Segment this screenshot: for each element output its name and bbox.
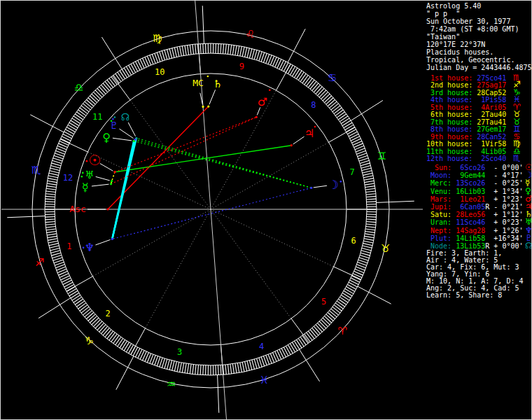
- degree-tick: [103, 83, 109, 91]
- degree-tick: [76, 301, 84, 307]
- degree-tick: [46, 221, 55, 222]
- degree-tick: [167, 49, 169, 59]
- house-cusp: [291, 318, 309, 343]
- degree-tick: [259, 52, 262, 61]
- degree-tick: [332, 307, 340, 313]
- degree-tick: [365, 186, 375, 188]
- degree-tick: [188, 364, 189, 374]
- degree-tick: [342, 120, 351, 126]
- degree-tick: [124, 342, 129, 351]
- degree-tick: [326, 314, 333, 321]
- sign-glyph-0: ♈: [337, 325, 346, 337]
- degree-tick: [78, 110, 85, 115]
- degree-tick: [76, 112, 84, 118]
- degree-tick: [50, 171, 59, 173]
- house-number-11: 11: [92, 112, 102, 122]
- degree-tick: [66, 127, 75, 132]
- degree-tick: [46, 191, 55, 192]
- degree-tick: [69, 291, 78, 296]
- degree-tick: [296, 71, 302, 79]
- degree-tick: [326, 97, 333, 104]
- degree-tick: [80, 108, 88, 114]
- info-panel: Astrolog 5.40 " p p " Sun October 30, 19…: [425, 1, 532, 419]
- degree-tick: [74, 297, 82, 302]
- sign-boundary: [7, 216, 45, 218]
- degree-tick: [362, 248, 372, 250]
- degree-tick: [225, 365, 226, 374]
- degree-tick: [118, 72, 123, 80]
- degree-tick: [115, 337, 121, 344]
- stats-line-6: Learn: 5, Share: 8: [426, 292, 502, 299]
- degree-tick: [52, 255, 61, 258]
- house-cusp-radial: [145, 209, 211, 328]
- degree-tick: [230, 364, 232, 374]
- degree-tick: [83, 104, 90, 110]
- degree-tick: [367, 219, 377, 220]
- degree-tick: [310, 330, 316, 337]
- julian-day: Julian Day = 2443446.4875: [426, 64, 532, 71]
- planet-row-mars: Mars: 1Leo21 + 1°23'♂: [426, 196, 524, 203]
- degree-tick: [247, 361, 249, 371]
- wheel-nept-glyph: ♆: [85, 241, 94, 254]
- degree-tick: [312, 328, 318, 336]
- degree-tick: [323, 318, 330, 325]
- planet-row-satu: Satu: 28Leo56 + 1°12'♄: [426, 211, 524, 218]
- degree-tick: [314, 326, 320, 334]
- degree-tick: [122, 69, 127, 78]
- degree-tick: [113, 75, 119, 83]
- degree-tick: [338, 299, 346, 304]
- degree-tick: [252, 49, 255, 59]
- degree-tick: [50, 248, 59, 250]
- degree-tick: [318, 88, 325, 95]
- degree-tick: [316, 87, 322, 94]
- aspect-sextile-line: [112, 138, 136, 239]
- degree-tick: [182, 46, 183, 56]
- wheel-asc-label: Asc: [69, 204, 85, 214]
- degree-tick: [365, 188, 375, 190]
- degree-tick: [363, 173, 373, 175]
- degree-tick: [105, 81, 111, 89]
- wheel-mars-glyph: ♂: [258, 95, 267, 108]
- degree-tick: [290, 344, 295, 352]
- degree-tick: [107, 331, 113, 339]
- planet-rim-dot: [269, 89, 271, 91]
- degree-tick: [335, 303, 343, 309]
- degree-tick: [321, 320, 328, 327]
- degree-tick: [218, 43, 219, 53]
- degree-tick: [164, 359, 167, 368]
- planet-pointer: [128, 122, 135, 136]
- degree-tick: [200, 43, 201, 53]
- degree-tick: [257, 358, 260, 368]
- degree-tick: [304, 76, 310, 84]
- degree-tick: [180, 363, 182, 372]
- degree-tick: [367, 202, 377, 202]
- degree-tick: [203, 43, 204, 53]
- aspect-trine-line: [134, 141, 312, 188]
- planet-glyph: ☊: [525, 241, 532, 250]
- degree-tick: [363, 241, 373, 243]
- planet-rim-dot: [82, 172, 84, 174]
- degree-tick: [360, 163, 370, 166]
- degree-tick: [101, 85, 107, 92]
- degree-tick: [129, 65, 134, 74]
- degree-tick: [235, 363, 237, 373]
- degree-tick: [325, 316, 332, 323]
- degree-tick: [174, 362, 176, 372]
- degree-tick: [53, 158, 62, 161]
- wheel-sun-glyph: ☉: [88, 152, 101, 169]
- degree-tick: [364, 239, 374, 241]
- degree-tick: [237, 46, 239, 56]
- planet-rim-dot: [340, 181, 342, 183]
- planet-pointer: [293, 136, 304, 144]
- degree-tick: [86, 99, 94, 106]
- degree-tick: [240, 363, 242, 372]
- planet-hub-dot: [310, 187, 312, 189]
- degree-tick: [225, 44, 226, 54]
- degree-tick: [328, 99, 335, 106]
- planet-hub-dot: [207, 105, 209, 107]
- house-row-12th: 12th house: 2Sco40♏: [426, 155, 506, 162]
- degree-tick: [331, 104, 339, 110]
- degree-tick: [47, 183, 57, 185]
- planet-rim-dot: [81, 176, 83, 178]
- degree-tick: [49, 244, 59, 246]
